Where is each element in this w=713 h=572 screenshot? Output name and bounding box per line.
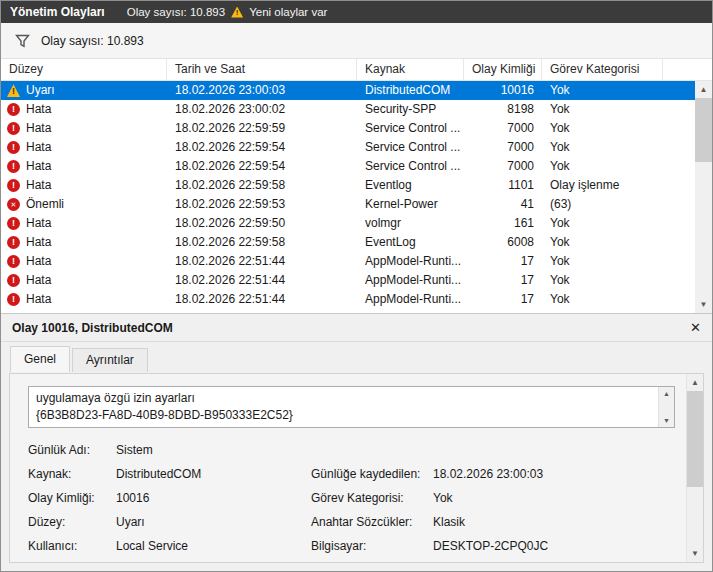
source-cell: Kernel-Power [357,195,464,214]
category-cell: Yok [542,233,663,252]
table-header: Düzey Tarih ve Saat Kaynak Olay Kimliği … [1,59,712,81]
tab-details[interactable]: Ayrıntılar [72,348,148,372]
event-id-cell: 7000 [464,119,542,138]
level-label: Uyarı [26,81,55,100]
table-row[interactable]: Önemli18.02.2026 22:59:53Kernel-Power41(… [1,195,695,214]
table-row[interactable]: Hata18.02.2026 22:59:58Eventlog1101Olay … [1,176,695,195]
scrollbar-thumb[interactable] [687,391,703,487]
level-cell: Önemli [1,195,167,214]
details-fields: Günlük Adı:SistemKaynak:DistributedCOMGü… [10,438,703,558]
table-row[interactable]: Hata18.02.2026 22:51:44AppModel-Runti...… [1,271,695,290]
details-pane: Olay 10016, DistributedCOM ✕ GenelAyrınt… [1,313,712,571]
source-cell: EventLog [357,233,464,252]
error-icon [7,160,20,173]
level-cell: Hata [1,100,167,119]
column-header-source[interactable]: Kaynak [357,59,464,80]
event-id-cell: 41 [464,195,542,214]
scrollbar-track[interactable] [687,391,703,545]
level-cell: Hata [1,214,167,233]
scrollbar-track[interactable] [695,98,712,296]
description-line: {6B3B8D23-FA8D-40B9-8DBD-B950333E2C52} [36,407,650,424]
event-id-cell: 161 [464,214,542,233]
field-value: 10016 [116,491,311,505]
table-row[interactable]: Hata18.02.2026 23:00:02Security-SPP8198Y… [1,100,695,119]
source-cell: Eventlog [357,176,464,195]
event-id-cell: 6008 [464,233,542,252]
scroll-up-icon[interactable]: ▲ [687,374,703,391]
table-row[interactable]: Hata18.02.2026 22:59:54Service Control .… [1,138,695,157]
category-cell: Yok [542,119,663,138]
source-cell: DistributedCOM [357,81,464,100]
table-row[interactable]: Hata18.02.2026 22:51:44AppModel-Runti...… [1,290,695,309]
table-scrollbar[interactable]: ▲ ▼ [695,81,712,313]
field-label: Kullanıcı: [28,539,116,553]
source-cell: Service Control ... [357,119,464,138]
source-cell: volmgr [357,214,464,233]
page-title: Yönetim Olayları [10,5,105,19]
level-cell: Hata [1,290,167,309]
description-box[interactable]: uygulamaya özgü izin ayarları {6B3B8D23-… [28,386,675,428]
column-header-level[interactable]: Düzey [1,59,167,80]
column-header-datetime[interactable]: Tarih ve Saat [167,59,357,80]
scroll-down-icon[interactable]: ▼ [659,414,674,427]
title-bar: Yönetim Olayları Olay sayısı: 10.893 Yen… [1,1,712,23]
field-value: DistributedCOM [116,467,311,481]
level-cell: Hata [1,138,167,157]
field-value: Yok [433,491,675,505]
field-label: Bilgisayar: [311,539,433,553]
table-row[interactable]: Hata18.02.2026 22:59:58EventLog6008Yok [1,233,695,252]
field-value: Sistem [116,443,311,457]
description-line: uygulamaya özgü izin ayarları [36,390,650,407]
scroll-down-icon[interactable]: ▼ [695,296,712,313]
title-subtitle: Olay sayısı: 10.893 Yeni olaylar var [127,6,328,18]
error-icon [7,293,20,306]
error-icon [7,122,20,135]
details-scrollbar[interactable]: ▲ ▼ [686,374,703,562]
event-count-label: Olay sayısı: 10.893 [127,6,225,18]
detail-field-row: Olay Kimliği:10016Görev Kategorisi:Yok [28,486,675,510]
event-id-cell: 10016 [464,81,542,100]
error-icon [7,255,20,268]
category-cell: Yok [542,100,663,119]
category-cell: (63) [542,195,663,214]
table-row[interactable]: Hata18.02.2026 22:59:59Service Control .… [1,119,695,138]
table-row[interactable]: Uyarı18.02.2026 23:00:03DistributedCOM10… [1,81,695,100]
source-cell: AppModel-Runti... [357,252,464,271]
datetime-cell: 18.02.2026 22:59:54 [167,138,357,157]
filter-count-label: Olay sayısı: 10.893 [41,34,144,48]
datetime-cell: 18.02.2026 22:59:54 [167,157,357,176]
tab-general[interactable]: Genel [10,346,70,372]
source-cell: Service Control ... [357,157,464,176]
table-row[interactable]: Hata18.02.2026 22:51:44AppModel-Runti...… [1,252,695,271]
table-body: Uyarı18.02.2026 23:00:03DistributedCOM10… [1,81,695,309]
scroll-up-icon[interactable]: ▲ [695,81,712,98]
scroll-down-icon[interactable]: ▼ [687,545,703,562]
event-id-cell: 7000 [464,138,542,157]
scrollbar-thumb[interactable] [695,98,712,162]
level-label: Hata [26,214,51,233]
column-header-category[interactable]: Görev Kategorisi [542,59,663,80]
column-header-event-id[interactable]: Olay Kimliği [464,59,542,80]
level-cell: Hata [1,252,167,271]
event-id-cell: 17 [464,271,542,290]
description-scrollbar[interactable]: ▲ ▼ [658,387,674,427]
level-label: Hata [26,252,51,271]
scroll-up-icon[interactable]: ▲ [659,387,674,400]
table-row[interactable]: Hata18.02.2026 22:59:50volmgr161Yok [1,214,695,233]
error-icon [7,274,20,287]
close-details-button[interactable]: ✕ [690,314,701,342]
field-label: Günlük Adı: [28,443,116,457]
filter-icon [15,34,30,48]
level-label: Hata [26,233,51,252]
table-row[interactable]: Hata18.02.2026 22:59:54Service Control .… [1,157,695,176]
category-cell: Yok [542,290,663,309]
event-table: Düzey Tarih ve Saat Kaynak Olay Kimliği … [1,59,712,313]
source-cell: AppModel-Runti... [357,290,464,309]
category-cell: Yok [542,271,663,290]
tab-content: uygulamaya özgü izin ayarları {6B3B8D23-… [9,373,704,563]
level-cell: Hata [1,157,167,176]
detail-field-row: Kaynak:DistributedCOMGünlüğe kaydedilen:… [28,462,675,486]
field-value: Uyarı [116,515,311,529]
level-label: Hata [26,290,51,309]
category-cell: Yok [542,252,663,271]
